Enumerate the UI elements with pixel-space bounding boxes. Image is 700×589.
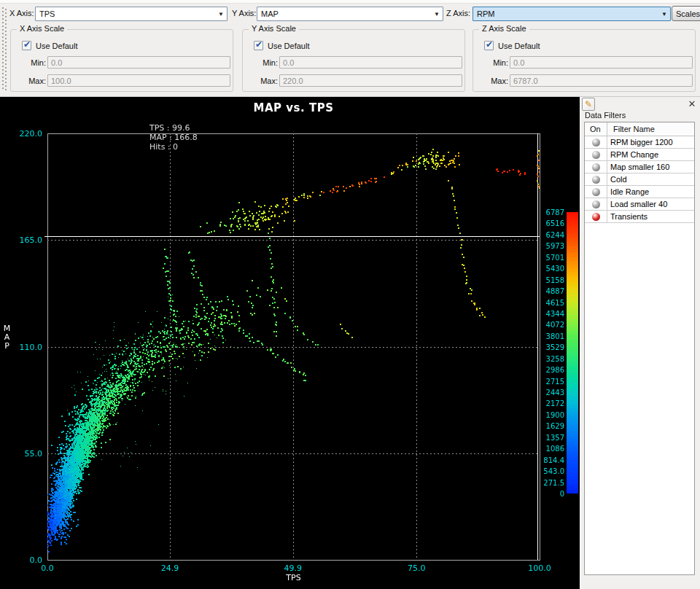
filter-on-cell[interactable] [585, 149, 607, 160]
filter-row[interactable]: Cold [585, 173, 694, 186]
filter-toggle-ball-icon[interactable] [592, 151, 600, 159]
z-tick-label: 6244 [510, 231, 564, 239]
filter-on-cell[interactable] [585, 136, 607, 148]
filters-table-header: On Filter Name [585, 122, 694, 136]
z-tick-label: 3258 [510, 355, 564, 363]
z-tick-label: 4887 [510, 287, 564, 295]
filter-row[interactable]: Load smaller 40 [585, 198, 694, 211]
filter-name[interactable]: Map smaller 160 [607, 163, 694, 171]
z-tick-label: 3529 [510, 343, 564, 351]
filter-toggle-ball-icon[interactable] [592, 213, 600, 221]
z-tick-label: 5701 [510, 254, 564, 262]
z-tick-label: 1086 [510, 445, 564, 453]
filter-toggle-ball-icon[interactable] [592, 163, 600, 171]
filter-row[interactable]: Map smaller 160 [585, 161, 694, 173]
filter-on-cell[interactable] [585, 173, 607, 185]
z-tick-label: 814.4 [510, 456, 564, 464]
y-min-label: Min: [243, 58, 278, 67]
y-use-default-label: Use Default [268, 42, 309, 50]
x-max-field[interactable]: 100.0 [47, 74, 230, 87]
edit-filters-button[interactable]: ✎ [582, 98, 595, 111]
y-min-field[interactable]: 0.0 [279, 56, 462, 69]
z-min-label: Min: [473, 58, 508, 67]
close-panel-button[interactable]: ✕ [686, 98, 698, 109]
x-tick-label: 24.9 [155, 563, 184, 573]
toolbar-drag-grip[interactable] [2, 7, 7, 90]
y-tick-label: 165.0 [0, 235, 42, 245]
scatter-plot-canvas[interactable] [0, 97, 578, 589]
filter-name[interactable]: RPM Change [607, 150, 694, 159]
chevron-down-icon: ▼ [658, 11, 670, 17]
y-tick-label: 0.0 [0, 555, 42, 565]
filter-toggle-ball-icon[interactable] [592, 176, 600, 184]
cursor-readout-hits: Hits : 0 [149, 142, 198, 152]
filter-name[interactable]: Transients [607, 212, 694, 221]
app-window: X Axis: TPS ▼ Y Axis: MAP ▼ Z Axis: RPM … [0, 0, 700, 589]
z-tick-label: 2986 [510, 366, 564, 374]
x-axis-combobox-value: TPS [36, 9, 215, 18]
z-max-label: Max: [473, 77, 508, 85]
z-axis-combobox-value: RPM [473, 9, 658, 18]
toolbar-top-strip [0, 0, 700, 4]
x-use-default-checkbox[interactable]: ✔ [22, 41, 31, 50]
filter-on-cell[interactable] [585, 198, 607, 210]
z-tick-label: 0 [510, 490, 564, 498]
filter-row[interactable]: RPM Change [585, 149, 694, 161]
scales-button[interactable]: Scales [672, 6, 700, 21]
pencil-icon: ✎ [585, 99, 592, 109]
y-axis-scale-group-title: Y Axis Scale [249, 24, 299, 33]
z-max-field[interactable]: 6787.0 [510, 74, 693, 87]
filter-name[interactable]: RPM bigger 1200 [607, 138, 694, 147]
x-axis-scale-group-title: X Axis Scale [17, 24, 67, 33]
cursor-readout-tps: TPS : 99.6 [149, 123, 198, 133]
filter-toggle-ball-icon[interactable] [592, 139, 600, 147]
filter-toggle-ball-icon[interactable] [592, 188, 600, 196]
z-axis-combobox[interactable]: RPM ▼ [472, 7, 671, 21]
z-tick-label: 271.5 [510, 479, 564, 487]
chevron-down-icon: ▼ [215, 11, 227, 17]
column-header-on[interactable]: On [585, 122, 607, 136]
filter-name[interactable]: Cold [607, 175, 694, 184]
chart-area: MAP vs. TPS TPS : 99.6 MAP : 166.8 Hits … [0, 97, 578, 589]
z-min-field[interactable]: 0.0 [510, 56, 693, 69]
x-axis-title: TPS [47, 573, 540, 582]
x-tick-label: 49.9 [279, 563, 308, 573]
y-tick-label: 220.0 [0, 129, 42, 139]
y-axis-label: Y Axis: [232, 9, 256, 17]
y-tick-label: 55.0 [0, 449, 42, 459]
close-icon: ✕ [688, 98, 696, 109]
y-axis-scale-group: Y Axis Scale ✔ Use Default Min: 0.0 Max:… [242, 29, 465, 92]
x-axis-label: X Axis: [9, 9, 34, 17]
z-use-default-checkbox[interactable]: ✔ [484, 41, 494, 50]
z-tick-label: 5973 [510, 242, 564, 250]
chart-title: MAP vs. TPS [47, 101, 540, 114]
z-tick-label: 3801 [510, 332, 564, 340]
x-min-field[interactable]: 0.0 [47, 56, 230, 69]
y-use-default-checkbox[interactable]: ✔ [254, 41, 263, 50]
filter-on-cell[interactable] [585, 211, 607, 222]
x-axis-combobox[interactable]: TPS ▼ [35, 7, 228, 21]
filter-on-cell[interactable] [585, 186, 607, 198]
z-axis-label: Z Axis: [446, 9, 470, 17]
filter-on-cell[interactable] [585, 161, 607, 173]
cursor-readout: TPS : 99.6 MAP : 166.8 Hits : 0 [149, 123, 198, 152]
filter-row[interactable]: Transients [585, 211, 694, 223]
filter-row[interactable]: Idle Range [585, 186, 694, 198]
filter-name[interactable]: Load smaller 40 [607, 200, 694, 208]
z-tick-label: 5430 [510, 265, 564, 273]
z-tick-label: 4072 [510, 321, 564, 329]
filter-name[interactable]: Idle Range [607, 187, 694, 196]
filter-row[interactable]: RPM bigger 1200 [585, 136, 694, 149]
y-max-field[interactable]: 220.0 [279, 74, 462, 87]
checkmark-icon: ✔ [23, 39, 31, 50]
filters-table: On Filter Name RPM bigger 1200RPM Change… [584, 122, 695, 575]
column-header-filter-name[interactable]: Filter Name [607, 125, 694, 133]
y-axis-combobox[interactable]: MAP ▼ [257, 7, 443, 21]
z-tick-label: 1629 [510, 422, 564, 430]
z-axis-scale-group: Z Axis Scale ✔ Use Default Min: 0.0 Max:… [472, 29, 696, 92]
filter-toggle-ball-icon[interactable] [592, 200, 600, 208]
x-min-label: Min: [11, 58, 46, 67]
z-tick-label: 2443 [510, 389, 564, 397]
x-axis-scale-group: X Axis Scale ✔ Use Default Min: 0.0 Max:… [10, 29, 233, 92]
cursor-readout-map: MAP : 166.8 [149, 133, 198, 142]
